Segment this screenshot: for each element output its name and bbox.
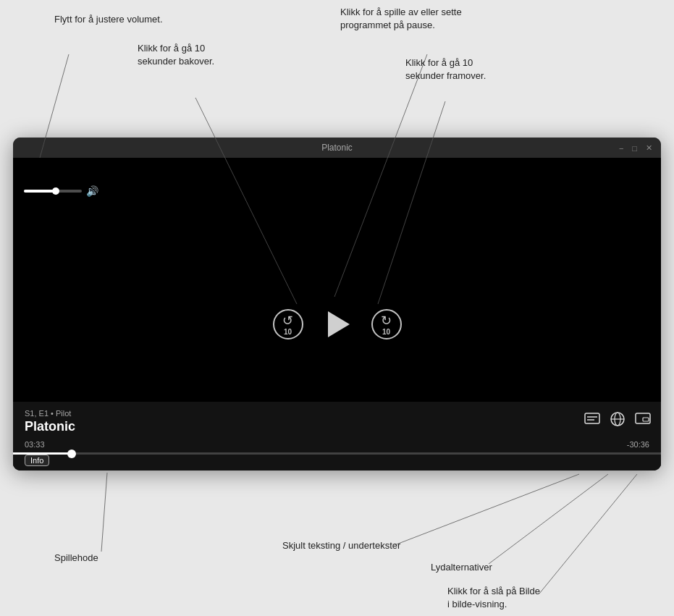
video-area: 🔊 ↻ 10 ↻ [13, 158, 661, 471]
pip-icon [635, 413, 651, 426]
progress-thumb[interactable] [67, 450, 76, 458]
volume-fill [24, 190, 56, 193]
forward-icon: ↻ 10 [371, 309, 402, 339]
volume-control[interactable]: 🔊 [24, 185, 98, 197]
volume-thumb[interactable] [52, 187, 59, 195]
rewind-button[interactable]: ↻ 10 [273, 309, 303, 339]
minimize-button[interactable]: − [618, 143, 625, 152]
rewind-icon: ↻ 10 [273, 309, 303, 339]
subtitles-icon [584, 413, 600, 426]
annotation-audio: Lydalternativer [431, 561, 492, 574]
svg-rect-8 [585, 413, 599, 423]
annotation-rewind: Klikk for å gå 10sekunder bakover. [138, 42, 214, 68]
audio-icon [610, 412, 625, 426]
play-icon [328, 311, 350, 337]
pip-button[interactable] [633, 411, 652, 431]
svg-line-5 [395, 474, 579, 545]
annotation-playhead: Spillehode [54, 552, 98, 565]
playback-controls: ↻ 10 ↻ 10 [273, 305, 402, 344]
annotation-play-pause: Klikk for å spille av eller setteprogram… [340, 6, 462, 32]
play-button[interactable] [318, 305, 357, 344]
subtitles-button[interactable] [583, 411, 602, 431]
show-info: S1, E1 • Pilot Platonic [25, 409, 75, 434]
forward-label: 10 [382, 329, 390, 336]
audio-options-button[interactable] [609, 410, 626, 431]
svg-line-6 [489, 474, 608, 564]
close-button[interactable]: ✕ [644, 143, 654, 153]
forward-button[interactable]: ↻ 10 [371, 309, 402, 339]
annotation-volume: Flytt for å justere volumet. [54, 13, 163, 26]
rewind-label: 10 [284, 329, 292, 336]
maximize-button[interactable]: □ [631, 143, 639, 152]
annotation-forward: Klikk for å gå 10sekunder framover. [405, 56, 486, 83]
volume-icon: 🔊 [86, 185, 98, 197]
episode-label: S1, E1 • Pilot [25, 409, 75, 418]
bottom-bar: S1, E1 • Pilot Platonic [13, 402, 661, 471]
volume-slider[interactable] [24, 190, 82, 193]
svg-line-4 [101, 473, 107, 552]
window-controls: − □ ✕ [618, 143, 654, 153]
annotation-subtitles: Skjult teksting / undertekster [282, 539, 400, 552]
show-title: Platonic [25, 419, 75, 434]
progress-bar[interactable] [13, 452, 661, 455]
right-icons [583, 410, 652, 431]
info-button[interactable]: Info [25, 455, 49, 466]
svg-rect-15 [643, 418, 649, 421]
svg-line-7 [539, 474, 637, 594]
title-bar: Platonic − □ ✕ [13, 138, 661, 158]
player-window: Platonic − □ ✕ 🔊 ↻ 10 [13, 138, 661, 471]
time-remaining: -30:36 [627, 440, 649, 449]
window-title: Platonic [321, 143, 353, 153]
annotation-pip: Klikk for å slå på Bildei bilde-visning. [447, 585, 540, 611]
time-current: 03:33 [25, 440, 45, 449]
